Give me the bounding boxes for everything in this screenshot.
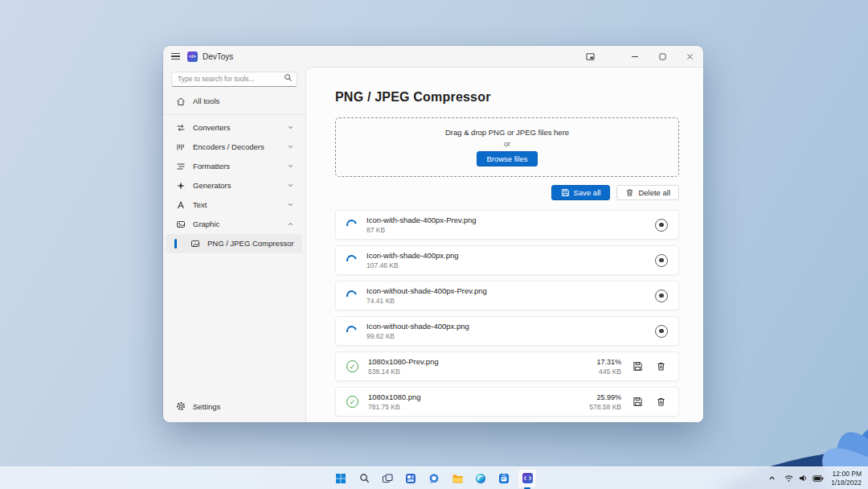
devtoys-icon bbox=[522, 472, 534, 484]
file-name: 1080x1080.png bbox=[368, 392, 421, 401]
sidebar-item-label: Converters bbox=[193, 123, 230, 132]
save-all-button[interactable]: Save all bbox=[551, 185, 611, 200]
delete-file-button[interactable] bbox=[654, 360, 668, 373]
sidebar-item-label: All tools bbox=[193, 97, 219, 105]
delete-file-button[interactable] bbox=[654, 395, 668, 409]
hamburger-menu-button[interactable] bbox=[163, 46, 184, 67]
file-name: Icon-without-shade-400px.png bbox=[366, 322, 469, 331]
store-button[interactable] bbox=[494, 469, 514, 488]
compact-overlay-button[interactable] bbox=[576, 46, 604, 67]
file-size: 781.75 KB bbox=[368, 403, 421, 411]
text-icon bbox=[176, 200, 186, 210]
search-icon bbox=[284, 73, 293, 82]
file-size: 87 KB bbox=[366, 226, 477, 234]
progress-spinner-icon bbox=[345, 289, 359, 303]
trash-icon bbox=[625, 188, 634, 197]
delete-all-button[interactable]: Delete all bbox=[616, 185, 679, 200]
sidebar-item-label: Text bbox=[193, 200, 207, 209]
clock[interactable]: 12:00 PM 1/18/2022 bbox=[831, 470, 862, 487]
file-row: Icon-without-shade-400px-Prev.png 74.41 … bbox=[335, 281, 679, 310]
progress-spinner-icon bbox=[345, 253, 359, 268]
file-name: 1080x1080-Prev.png bbox=[368, 357, 439, 366]
sidebar-item-formatters[interactable]: Formatters bbox=[166, 157, 302, 176]
compressed-size: 578.58 KB bbox=[589, 403, 621, 411]
compressed-size: 445 KB bbox=[599, 368, 621, 376]
hidden-icons-chevron[interactable] bbox=[768, 474, 776, 483]
main-panel: PNG / JPEG Compressor Drag & drop PNG or… bbox=[305, 67, 703, 422]
task-view-button[interactable] bbox=[378, 469, 397, 488]
taskbar-search-button[interactable] bbox=[354, 469, 374, 488]
trash-icon bbox=[656, 361, 666, 372]
dropzone-instruction: Drag & drop PNG or JPEG files here bbox=[445, 128, 569, 137]
save-file-button[interactable] bbox=[631, 395, 645, 409]
progress-spinner-icon bbox=[345, 324, 359, 339]
sidebar-item-label: Graphic bbox=[193, 220, 219, 228]
home-icon bbox=[176, 97, 186, 106]
file-dropzone[interactable]: Drag & drop PNG or JPEG files here or Br… bbox=[335, 117, 679, 177]
widgets-button[interactable] bbox=[401, 469, 420, 488]
dropzone-or: or bbox=[504, 140, 510, 148]
cancel-compression-button[interactable] bbox=[655, 325, 668, 338]
sidebar-item-converters[interactable]: Converters bbox=[166, 118, 302, 138]
save-all-label: Save all bbox=[574, 188, 601, 197]
file-row: ✓ 1080x1080-Prev.png 538.14 KB 17.31% 44… bbox=[335, 351, 679, 381]
maximize-button[interactable] bbox=[649, 46, 676, 67]
chevron-down-icon bbox=[287, 182, 294, 189]
file-size: 538.14 KB bbox=[368, 368, 439, 376]
sidebar-item-all-tools[interactable]: All tools bbox=[166, 92, 302, 111]
cancel-compression-button[interactable] bbox=[655, 290, 668, 302]
network-icon[interactable] bbox=[784, 474, 794, 483]
volume-icon[interactable] bbox=[798, 474, 809, 483]
minimize-button[interactable] bbox=[621, 46, 649, 67]
sidebar-item-label: PNG / JPEG Compressor bbox=[207, 239, 294, 248]
cancel-compression-button[interactable] bbox=[655, 219, 668, 232]
desktop: </> DevToys bbox=[0, 0, 868, 489]
clock-date: 1/18/2022 bbox=[831, 479, 862, 487]
save-file-button[interactable] bbox=[631, 360, 645, 373]
sidebar-item-settings[interactable]: Settings bbox=[166, 397, 302, 416]
sidebar-item-label: Settings bbox=[193, 402, 220, 411]
sidebar-item-label: Formatters bbox=[193, 162, 230, 171]
generators-icon bbox=[176, 181, 186, 191]
sidebar-item-encoders-decoders[interactable]: Encoders / Decoders bbox=[166, 138, 302, 157]
edge-button[interactable] bbox=[471, 469, 490, 488]
success-check-icon: ✓ bbox=[346, 360, 358, 372]
browse-files-button[interactable]: Browse files bbox=[477, 151, 537, 166]
devtoys-app-icon: </> bbox=[187, 51, 198, 62]
file-name: Icon-with-shade-400px.png bbox=[366, 251, 459, 260]
chat-button[interactable] bbox=[424, 469, 444, 488]
file-explorer-button[interactable] bbox=[448, 469, 467, 488]
trash-icon bbox=[656, 397, 666, 407]
file-size: 99.62 KB bbox=[366, 332, 469, 340]
taskbar: 12:00 PM 1/18/2022 bbox=[0, 466, 868, 489]
chevron-down-icon bbox=[287, 143, 294, 150]
edge-icon bbox=[475, 473, 486, 484]
sidebar-item-png-jpeg-compressor[interactable]: PNG / JPEG Compressor bbox=[166, 234, 302, 253]
task-view-icon bbox=[382, 473, 393, 484]
sidebar-item-generators[interactable]: Generators bbox=[166, 176, 302, 195]
widgets-icon bbox=[405, 473, 416, 484]
sidebar-item-label: Encoders / Decoders bbox=[193, 142, 264, 151]
devtoys-window: </> DevToys bbox=[163, 46, 703, 422]
chevron-down-icon bbox=[287, 124, 294, 131]
sidebar-item-label: Generators bbox=[193, 181, 231, 190]
close-button[interactable] bbox=[676, 46, 703, 67]
battery-icon[interactable] bbox=[813, 475, 824, 483]
save-icon bbox=[561, 188, 570, 197]
file-size: 74.41 KB bbox=[366, 297, 487, 305]
sidebar-divider bbox=[163, 114, 305, 115]
encoders-decoders-icon bbox=[176, 142, 186, 152]
chevron-up-icon bbox=[287, 220, 294, 228]
chevron-down-icon bbox=[287, 162, 294, 170]
file-name: Icon-with-shade-400px-Prev.png bbox=[366, 216, 477, 224]
file-name: Icon-without-shade-400px-Prev.png bbox=[366, 286, 487, 295]
sidebar-item-text[interactable]: Text bbox=[166, 195, 302, 215]
search-input[interactable] bbox=[171, 72, 297, 87]
file-row: Icon-without-shade-400px.png 99.62 KB bbox=[335, 316, 679, 346]
cancel-compression-button[interactable] bbox=[655, 254, 668, 267]
start-button[interactable] bbox=[331, 469, 350, 488]
sidebar: All tools Converters Encoders / Decoders bbox=[163, 67, 305, 422]
devtoys-taskbar-button[interactable] bbox=[518, 469, 537, 488]
sidebar-item-graphic[interactable]: Graphic bbox=[166, 215, 302, 234]
gear-icon bbox=[176, 401, 186, 411]
